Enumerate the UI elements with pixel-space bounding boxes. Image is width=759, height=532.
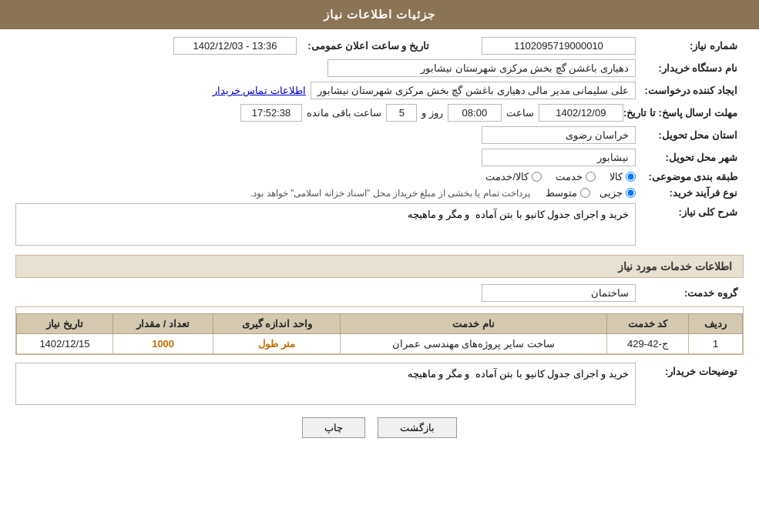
process-radio-motavaset[interactable] [580,188,590,198]
category-radio-khedmat[interactable] [586,172,596,182]
main-content: شماره نیاز: 1102095719000010 تاریخ و ساع… [0,29,759,453]
cell-code: ج-42-429 [606,334,688,354]
need-desc-row: شرح کلی نیاز: [15,203,744,246]
category-option-both[interactable]: کالا/خدمت [485,171,542,182]
process-option-motavaset[interactable]: متوسط [546,187,590,199]
creator-label: ایجاد کننده درخواست: [636,85,744,96]
contact-link[interactable]: اطلاعات تماس خریدار [208,85,311,96]
cell-date: 1402/12/15 [17,334,113,354]
province-label: استان محل تحویل: [636,129,744,141]
col-header-date: تاریخ نیاز [17,314,113,334]
group-service-value: ساختمان [482,284,636,302]
page-title: جزئیات اطلاعات نیاز [324,8,435,21]
deadline-time-label: ساعت [502,107,539,119]
deadline-days-label: روز و [417,107,448,119]
cell-row-num: 1 [689,334,743,354]
need-desc-label: شرح کلی نیاز: [636,203,744,218]
cell-unit: متر طول [213,334,341,354]
date-label: تاریخ و ساعت اعلان عمومی: [297,40,435,52]
deadline-time: 08:00 [448,104,502,122]
category-label: طبقه بندی موضوعی: [636,171,744,182]
category-label-both: کالا/خدمت [485,171,529,182]
col-header-row: ردیف [689,314,743,334]
buyer-desc-label: توضیحات خریدار: [636,363,744,377]
city-value: نیشابور [482,149,636,166]
process-options-group: جزیی متوسط پرداخت تمام یا بخشی از مبلغ خ… [250,187,636,199]
province-value: خراسان رضوی [482,126,636,144]
category-label-khedmat: خدمت [556,171,583,182]
city-label: شهر محل تحویل: [636,152,744,163]
creator-row: ایجاد کننده درخواست: علی سلیمانی مدیر ما… [15,82,744,99]
table-row: 1 ج-42-429 ساخت سایر پروژه‌های مهندسی عم… [17,334,743,354]
category-option-kala[interactable]: کالا [610,171,636,182]
deadline-label: مهلت ارسال پاسخ: تا تاریخ: [623,107,744,119]
services-section-title: اطلاعات خدمات مورد نیاز [15,255,744,278]
need-number-value: 1102095719000010 [482,37,636,55]
process-label-jozi: جزیی [599,187,623,199]
category-row: طبقه بندی موضوعی: کالا خدمت کالا/خدمت [15,171,744,182]
deadline-days: 5 [386,104,417,122]
deadline-date: 1402/12/09 [539,104,623,122]
back-button[interactable]: بازگشت [378,417,457,438]
process-label: نوع فرآیند خرید: [636,187,744,199]
buyer-name-row: نام دستگاه خریدار: دهیاری باغشن گچ بخش م… [15,59,744,77]
page-wrapper: جزئیات اطلاعات نیاز شماره نیاز: 11020957… [0,0,759,532]
col-header-code: کد خدمت [606,314,688,334]
category-radio-both[interactable] [532,172,542,182]
date-value: 1402/12/03 - 13:36 [173,37,297,55]
buyer-name-value: دهیاری باغشن گچ بخش مرکزی شهرستان نیشابو… [327,59,636,77]
process-label-motavaset: متوسط [546,187,577,199]
buttons-row: بازگشت چاپ [15,417,744,438]
page-header: جزئیات اطلاعات نیاز [0,0,759,29]
category-radio-group: کالا خدمت کالا/خدمت [485,171,636,182]
deadline-remaining-label: ساعت باقی مانده [302,107,386,119]
col-header-qty: تعداد / مقدار [113,314,213,334]
group-service-row: گروه خدمت: ساختمان [15,284,744,302]
process-note: پرداخت تمام یا بخشی از مبلغ خریداز محل "… [250,188,530,199]
need-number-row: شماره نیاز: 1102095719000010 تاریخ و ساع… [15,37,744,55]
category-label-kala: کالا [610,171,623,182]
buyer-name-label: نام دستگاه خریدار: [636,62,744,74]
services-table-wrapper: ردیف کد خدمت نام خدمت واحد اندازه گیری ت… [15,306,744,355]
process-radio-jozi[interactable] [626,188,636,198]
cell-qty: 1000 [113,334,213,354]
col-header-unit: واحد اندازه گیری [213,314,341,334]
buyer-desc-textarea[interactable] [15,363,636,405]
buyer-desc-row: توضیحات خریدار: [15,363,744,405]
print-button[interactable]: چاپ [302,417,365,438]
province-row: استان محل تحویل: خراسان رضوی [15,126,744,144]
col-header-name: نام خدمت [340,314,606,334]
cell-name: ساخت سایر پروژه‌های مهندسی عمران [340,334,606,354]
group-service-label: گروه خدمت: [636,287,744,299]
process-option-jozi[interactable]: جزیی [599,187,636,199]
category-radio-kala[interactable] [626,172,636,182]
process-row: نوع فرآیند خرید: جزیی متوسط پرداخت تمام … [15,187,744,199]
city-row: شهر محل تحویل: نیشابور [15,149,744,166]
need-number-label: شماره نیاز: [636,40,744,52]
services-table: ردیف کد خدمت نام خدمت واحد اندازه گیری ت… [16,313,743,354]
deadline-remaining: 17:52:38 [240,104,302,122]
deadline-row: مهلت ارسال پاسخ: تا تاریخ: 1402/12/09 سا… [15,104,744,122]
need-desc-textarea[interactable] [15,203,636,246]
category-option-khedmat[interactable]: خدمت [556,171,596,182]
creator-value: علی سلیمانی مدیر مالی دهیاری باغشن گچ بخ… [311,82,636,99]
